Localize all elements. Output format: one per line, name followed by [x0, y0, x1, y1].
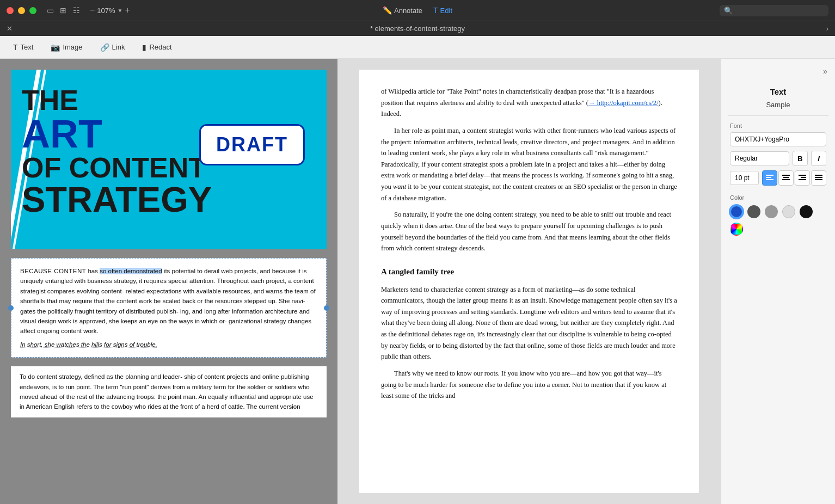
size-select[interactable]: 10 pt [730, 171, 759, 185]
minimize-button[interactable] [18, 7, 25, 14]
svg-rect-4 [783, 177, 789, 178]
bold-button[interactable]: B [793, 151, 808, 166]
top-toolbar: ✏️ Annotate T Edit [383, 6, 452, 15]
align-center-button[interactable] [778, 170, 794, 186]
zoom-in-button[interactable]: + [125, 5, 130, 15]
titlebar: ▭ ⊞ ☷ − 107% ▼ + ✏️ Annotate T Edit 🔍 [0, 0, 835, 21]
color-swatches [730, 205, 826, 236]
redact-icon: ▮ [142, 43, 146, 52]
draft-badge: DRAFT [199, 124, 305, 165]
annotate-label: Annotate [394, 7, 422, 15]
svg-rect-3 [782, 175, 790, 176]
text-block-content: BECAUSE CONTENT has so often demonstrate… [20, 266, 317, 336]
right-para5: That's why we need to know our roots. If… [381, 368, 677, 402]
highlighted-text: so often demonstrated [100, 268, 162, 274]
color-swatch-gray[interactable] [765, 205, 778, 218]
color-label: Color [730, 194, 826, 201]
italic-content: In short, she watches the hills for sign… [20, 341, 157, 348]
image-format-label: Image [63, 43, 82, 51]
color-swatch-lightgray[interactable] [782, 205, 795, 218]
color-swatch-black[interactable] [800, 205, 813, 218]
filename-bar: ✕ * elements-of-content-strategy › [0, 21, 835, 36]
right-para4: Marketers tend to characterize content s… [381, 284, 677, 362]
svg-rect-1 [766, 177, 771, 178]
align-right-button[interactable] [795, 170, 810, 186]
underline-italic-text: In short, she watches the hills for sign… [20, 341, 157, 348]
align-buttons [762, 170, 826, 186]
small-caps-text: BECAUSE CONTENT [20, 268, 86, 274]
right-para1: of Wikipedia article for "Take Point" no… [381, 86, 677, 120]
italic-want: want [393, 183, 406, 190]
panel-collapse-button[interactable]: » [820, 63, 831, 79]
para-run-point: To do content strategy, defined as the p… [20, 372, 318, 412]
right-panel: » Text Sample Font OHXTXJ+YogaPro Regula… [721, 59, 835, 504]
font-label: Font [730, 122, 826, 129]
font-section: Font OHXTXJ+YogaPro Regular B I 10 pt [721, 116, 835, 190]
sidebar-toggle-button[interactable]: ▭ [45, 5, 55, 15]
cover-of-text: OF CONTENT [22, 153, 212, 182]
annotate-button[interactable]: ✏️ Annotate [383, 6, 422, 15]
align-justify-button[interactable] [811, 170, 826, 186]
color-section: Color [721, 190, 835, 242]
close-button[interactable] [7, 7, 14, 14]
svg-rect-0 [766, 175, 773, 176]
color-swatch-blue[interactable] [730, 205, 743, 218]
align-left-button[interactable] [762, 170, 777, 186]
text-block-italic: In short, she watches the hills for sign… [20, 340, 317, 349]
font-select[interactable]: OHXTXJ+YogaPro [730, 132, 826, 146]
svg-rect-10 [815, 177, 822, 178]
image-icon: 📷 [51, 43, 60, 52]
main-layout: THE ART OF CONTENT STRATEGY DRAFT BECAUS… [0, 59, 835, 504]
maximize-button[interactable] [29, 7, 36, 14]
grid-view-button[interactable]: ⊞ [58, 5, 68, 15]
right-para2: In her role as point man, a content stra… [381, 125, 677, 204]
link-format-button[interactable]: 🔗 Link [96, 41, 130, 54]
redact-format-label: Redact [149, 43, 171, 51]
right-para3: So naturally, if you're the one doing co… [381, 209, 677, 254]
italic-button[interactable]: I [811, 151, 826, 166]
color-swatch-rainbow[interactable] [730, 223, 743, 236]
panel-sample: Sample [728, 99, 828, 116]
link-icon: 🔗 [100, 43, 109, 52]
cover-the-text: THE [22, 86, 212, 114]
svg-rect-6 [799, 175, 806, 176]
right-page: of Wikipedia article for "Take Point" no… [337, 59, 721, 504]
zoom-level[interactable]: 107% [97, 7, 115, 15]
text-format-icon: T [13, 43, 18, 52]
traffic-lights [7, 7, 36, 14]
expand-icon[interactable]: › [826, 24, 828, 33]
text-format-button[interactable]: T Text [9, 41, 38, 54]
svg-rect-11 [815, 179, 822, 180]
wikipedia-link[interactable]: → http://okapit.com/cs/2/ [588, 99, 658, 107]
search-input[interactable] [736, 7, 824, 14]
svg-rect-9 [815, 175, 822, 176]
left-page: THE ART OF CONTENT STRATEGY DRAFT BECAUS… [0, 59, 337, 504]
right-content: of Wikipedia article for "Take Point" no… [359, 70, 699, 493]
redact-format-button[interactable]: ▮ Redact [138, 41, 176, 54]
cover-art-text: ART [22, 114, 212, 153]
close-tab-icon[interactable]: ✕ [7, 24, 13, 33]
color-swatch-darkgray[interactable] [747, 205, 760, 218]
selection-handle-right[interactable] [324, 305, 329, 311]
cover-strategy-text: STRATEGY [22, 182, 212, 217]
text-below-block: To do content strategy, defined as the p… [11, 366, 327, 417]
zoom-chevron-icon: ▼ [118, 8, 123, 14]
zoom-out-button[interactable]: − [90, 5, 95, 15]
doc-area: THE ART OF CONTENT STRATEGY DRAFT BECAUS… [0, 59, 721, 504]
image-format-button[interactable]: 📷 Image [46, 41, 87, 54]
edit-button[interactable]: T Edit [433, 6, 452, 15]
window-controls: ▭ ⊞ ☷ [45, 5, 81, 15]
cursor-icon: T [433, 6, 438, 15]
style-select[interactable]: Regular [730, 151, 789, 165]
pencil-icon: ✏️ [383, 6, 392, 15]
layout-button[interactable]: ☷ [71, 5, 81, 15]
font-style-row: Regular B I [730, 151, 826, 166]
search-icon: 🔍 [724, 7, 733, 15]
link-format-label: Link [112, 43, 125, 51]
cover-text: THE ART OF CONTENT STRATEGY [22, 86, 212, 217]
selection-handle-left[interactable] [8, 305, 14, 311]
svg-rect-7 [801, 177, 806, 178]
text-block[interactable]: BECAUSE CONTENT has so often demonstrate… [11, 258, 327, 358]
svg-rect-5 [782, 179, 790, 180]
filename: * elements-of-content-strategy [370, 24, 465, 33]
